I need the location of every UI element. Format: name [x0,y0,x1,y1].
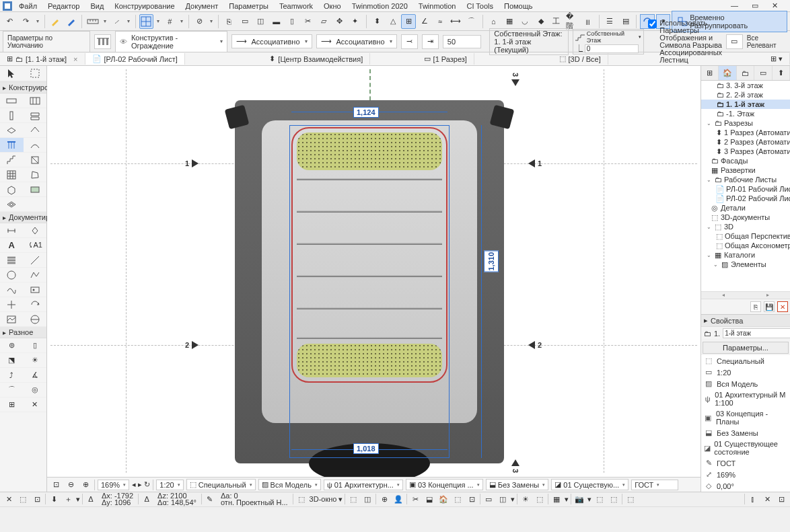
mesh-icon[interactable]: ▦ [502,14,516,29]
window-icon[interactable]: ▭ [238,14,252,29]
lamp-tool[interactable]: ☀ [24,353,47,368]
circle-tool[interactable] [0,268,24,282]
camera-tool[interactable]: ✕ [24,397,47,412]
save-view-icon[interactable]: 💾 [764,301,775,312]
corner-window-tool[interactable]: ⬔ [0,353,24,368]
section-tool-2[interactable] [24,312,47,327]
door-icon[interactable]: ◫ [254,14,268,29]
zoom-out-icon[interactable]: ⊖ [65,479,77,491]
opening-tool[interactable] [24,153,47,167]
spline-tool[interactable] [0,282,24,297]
arc-dim-icon[interactable]: ⌒ [464,14,478,29]
home-story-value[interactable]: 1. 1-й этаж (Текущий) [494,38,563,54]
menu-design[interactable]: Конструирование [110,1,178,11]
grid-snap-sel-icon[interactable]: ⊞ [401,14,415,29]
gravity-icon[interactable]: ⬇ [48,493,60,505]
geometry1-dropdown[interactable]: ⟶Ассоциативно [231,34,312,48]
copy-icon[interactable]: ⎘ [222,14,236,29]
tree-item-floor1[interactable]: 🗀1. 1-й этаж [701,100,790,109]
design-section[interactable]: ▸ Конструиров [0,82,46,93]
redo-icon[interactable]: ↷ [18,14,32,29]
zoom-in-icon[interactable]: ⊕ [79,479,92,491]
railing-profile-icon[interactable] [94,34,111,49]
defaults-button[interactable]: Параметры по Умолчанию [3,31,90,52]
figure-tool[interactable] [0,312,24,327]
worksheet-tool[interactable]: ⊞ [0,397,24,412]
close-icon[interactable]: ✕ [768,0,782,11]
roof-icon[interactable]: ⌂ [487,14,501,29]
label-tool[interactable]: ⤹A1 [24,238,47,253]
slab-icon[interactable]: ▱ [316,14,330,29]
suspend-icon[interactable]: ⊘ [192,14,207,29]
slab-tool[interactable] [0,123,24,138]
new-view-icon[interactable]: ⎘ [750,301,761,312]
shell-tool[interactable] [24,138,47,153]
arc-tool[interactable]: ⌒ [0,383,24,397]
offset-icon[interactable]: ⇥ [422,34,439,49]
offset-input[interactable]: 50 [443,35,481,48]
beam-icon[interactable]: 工 [549,14,563,29]
level-dim-tool[interactable] [24,223,47,238]
menu-options[interactable]: Параметры [225,1,273,11]
railing-icon[interactable]: ⫼ [581,14,595,29]
text-tool[interactable]: A [0,238,24,253]
penset-dropdown[interactable]: ψ 01 Архитектурн... [324,480,403,490]
trace-icon[interactable]: ▤ [618,14,633,29]
skylight-tool[interactable] [0,197,24,212]
curtain-wall-tool[interactable] [24,93,47,108]
stair-icon[interactable]: �階 [565,14,579,29]
level-icon[interactable]: ≈ [433,14,447,29]
menu-teamwork[interactable]: Teamwork [275,1,317,11]
move-icon[interactable]: ✥ [332,14,347,29]
ruler-icon[interactable] [85,14,100,29]
layer-dropdown[interactable]: 👁Конструктив - Ограждение [115,31,228,52]
section-icon[interactable]: ⬍ [370,14,384,29]
geometry2-dropdown[interactable]: ⟶Ассоциативно [316,34,397,48]
align-left-icon[interactable]: ⤙ [401,34,418,49]
change-tool[interactable] [24,297,47,312]
dimension-tool[interactable] [0,223,24,238]
wall-tool[interactable] [0,93,24,108]
delta-icon[interactable]: Δ [85,493,97,505]
tab-overflow[interactable]: ⊞ ▾ [764,53,790,65]
nav-tab-publisher[interactable]: ⬆ [773,66,790,80]
tab-3d[interactable]: ⬚[3D / Все] [552,53,608,65]
3d-window-icon[interactable]: ⬚ [295,493,308,505]
measure-icon[interactable]: ⟋ [109,14,123,29]
scroll-left[interactable]: ◂ [701,292,746,299]
scroll-right[interactable]: ▸ [746,292,790,299]
radial-dim-tool[interactable]: ⤴ [0,368,24,383]
stair-symbol-checkbox[interactable]: Использовать Параметры Отображения и Сим… [648,20,722,64]
zoom-fit-icon[interactable]: ⊡ [50,479,62,491]
wall-icon[interactable]: ▬ [269,14,283,29]
tab-close-icon[interactable]: × [73,55,77,63]
undo-icon[interactable]: ↶ [3,14,17,29]
menu-help[interactable]: Помощь [500,1,537,11]
mvo-dropdown[interactable]: ▣ 03 Концепция ... [406,479,483,490]
cut-icon[interactable]: ✂ [301,14,315,29]
drawing-tool[interactable] [24,282,47,297]
undo-history-dropdown[interactable]: ▾ [34,18,41,24]
delete-view-icon[interactable]: ✕ [777,301,788,312]
detail-tool[interactable]: ◎ [24,383,47,397]
polyline-tool[interactable] [24,268,47,282]
tab-section1[interactable]: ▭[1 Разрез] [417,53,474,65]
grid-icon[interactable]: # [163,14,177,29]
hotspot-tool[interactable] [0,297,24,312]
nav-tab-layout[interactable]: ▭ [754,66,772,80]
override-dropdown[interactable]: ⬓ Без Замены [486,479,549,490]
column-icon[interactable]: ▯ [285,14,299,29]
canvas[interactable]: 1,124 1,310 1,018 1 1 2 2 3 3 ⊡ ⊖ ⊕ 169%… [47,66,701,492]
nav-tab-project[interactable]: 🏠 [719,66,736,80]
highlighter-icon[interactable] [48,14,63,29]
maximize-icon[interactable]: ▭ [748,0,762,11]
model-filter-dropdown[interactable]: ▨ Вся Модель [258,479,321,490]
document-section[interactable]: ▸ Документиро [0,212,46,223]
morph-icon[interactable]: ◆ [534,14,548,29]
line-tool[interactable] [24,253,47,268]
camera-icon[interactable]: 📷 [573,493,585,505]
menu-twinmotion2020[interactable]: Twinmotion 2020 [348,1,412,11]
menu-file[interactable]: Файл [15,1,41,11]
nav-tab-1[interactable]: ⊞ [701,66,719,80]
morph-tool[interactable] [24,167,47,182]
